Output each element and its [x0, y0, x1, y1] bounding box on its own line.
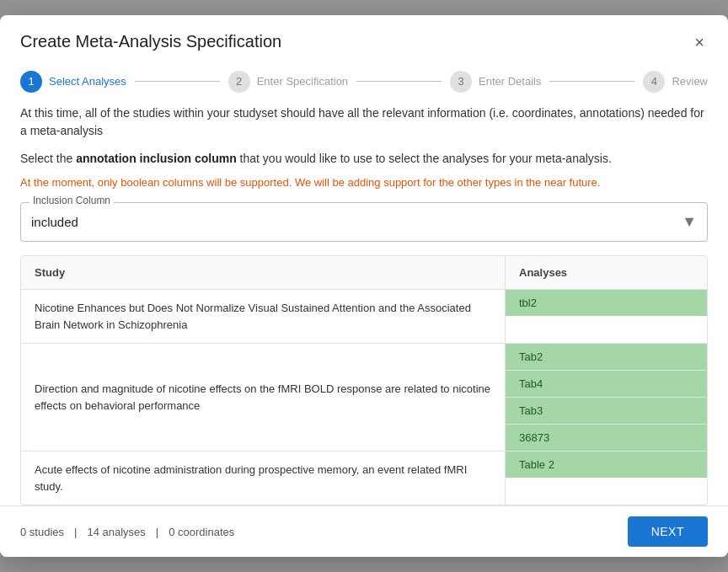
pipe-1: |: [74, 526, 77, 538]
study-cell: Acute effects of nicotine administration…: [21, 452, 506, 505]
step-3: 3 Enter Details: [450, 71, 541, 93]
analysis-tag: Table 2: [506, 452, 707, 478]
study-cell: Direction and magnitude of nicotine effe…: [21, 344, 506, 451]
modal-body: At this time, all of the studies within …: [0, 104, 728, 506]
warning-text: At the moment, only boolean columns will…: [20, 174, 708, 191]
step-3-label: Enter Details: [479, 75, 541, 88]
analyses-cell: Tab2 Tab4 Tab3 36873: [506, 344, 707, 451]
modal: Create Meta-Analysis Specification × 1 S…: [0, 15, 728, 558]
study-cell: Nicotine Enhances but Does Not Normalize…: [21, 290, 506, 343]
dropdown-arrow-icon: ▼: [682, 213, 697, 231]
table-row: Nicotine Enhances but Does Not Normalize…: [21, 290, 707, 344]
footer-stats: 0 studies | 14 analyses | 0 coordinates: [20, 526, 234, 538]
step-4: 4 Review: [643, 71, 708, 93]
analysis-tag: Tab3: [506, 398, 707, 425]
step-divider-3: [549, 81, 634, 82]
step-2-label: Enter Specification: [257, 75, 348, 88]
analyses-cell: tbl2: [506, 290, 707, 343]
table-row: Acute effects of nicotine administration…: [21, 452, 707, 505]
next-button[interactable]: NEXT: [628, 516, 708, 547]
inclusion-field-legend: Inclusion Column: [29, 195, 114, 206]
analyses-cell: Table 2: [506, 452, 707, 505]
analysis-tag: Tab4: [506, 371, 707, 398]
inclusion-select-row: included ▼: [31, 203, 697, 241]
step-4-circle: 4: [643, 71, 665, 93]
close-button[interactable]: ×: [691, 30, 708, 54]
modal-title: Create Meta-Analysis Specification: [20, 32, 281, 51]
inclusion-select-value: included: [31, 215, 682, 229]
coordinates-count: 0 coordinates: [169, 526, 234, 538]
step-divider-2: [356, 81, 442, 82]
intro-text: At this time, all of the studies within …: [20, 104, 708, 140]
analysis-tag: Tab2: [506, 344, 707, 371]
studies-count: 0 studies: [20, 526, 64, 538]
step-3-circle: 3: [450, 71, 472, 93]
step-2: 2 Enter Specification: [228, 71, 348, 93]
analysis-tag: tbl2: [506, 290, 707, 316]
table-col-study: Study: [21, 256, 506, 289]
analysis-tag: 36873: [506, 425, 707, 451]
step-1: 1 Select Analyses: [20, 71, 126, 93]
table-body[interactable]: Nicotine Enhances but Does Not Normalize…: [21, 290, 707, 505]
select-text: Select the annotation inclusion column t…: [20, 150, 708, 168]
step-1-circle: 1: [20, 71, 42, 93]
step-2-circle: 2: [228, 71, 250, 93]
table-row: Direction and magnitude of nicotine effe…: [21, 344, 707, 452]
pipe-2: |: [156, 526, 158, 538]
table-col-analyses: Analyses: [506, 256, 707, 289]
studies-table: Study Analyses Nicotine Enhances but Doe…: [20, 255, 708, 505]
modal-header: Create Meta-Analysis Specification ×: [0, 15, 728, 62]
modal-footer: 0 studies | 14 analyses | 0 coordinates …: [0, 505, 728, 557]
analyses-count: 14 analyses: [87, 526, 145, 538]
stepper: 1 Select Analyses 2 Enter Specification …: [0, 62, 728, 104]
step-4-label: Review: [672, 75, 708, 88]
modal-overlay: Create Meta-Analysis Specification × 1 S…: [0, 0, 728, 572]
step-divider-1: [135, 81, 220, 82]
inclusion-column-field[interactable]: Inclusion Column included ▼: [20, 202, 708, 242]
table-header: Study Analyses: [21, 256, 707, 290]
step-1-label: Select Analyses: [49, 75, 126, 88]
